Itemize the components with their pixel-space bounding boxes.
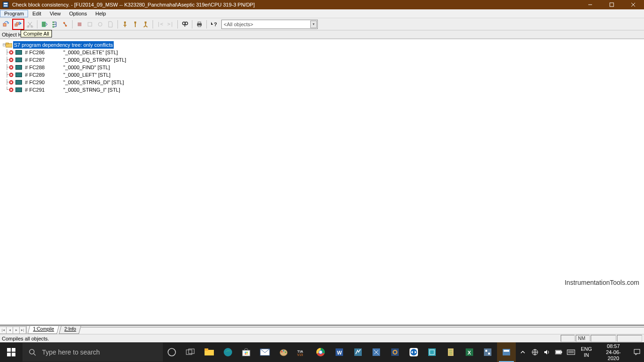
chrome-icon[interactable] <box>311 342 330 362</box>
tree-view[interactable]: ⊟ S7 program dependency tree: only confl… <box>0 39 644 326</box>
svg-rect-43 <box>7 348 11 352</box>
header-label: Object Hi <box>2 32 23 37</box>
filter-combo[interactable]: <All objects> ▾ <box>221 20 318 29</box>
tree-item[interactable]: ├ # FC288 "_0000_FIND" [STL] <box>3 64 641 71</box>
tree-item-name: # FC291 <box>25 86 56 94</box>
tree-item[interactable]: └ # FC291 "_0000_STRNG_I" [STL] <box>3 86 641 94</box>
menu-view[interactable]: View <box>45 10 65 17</box>
page-button[interactable] <box>106 20 115 29</box>
taskbar-search[interactable]: Type here to search <box>22 343 163 362</box>
svg-rect-95 <box>634 349 640 354</box>
compile-button[interactable] <box>2 20 11 29</box>
svg-point-63 <box>283 350 284 352</box>
tool-c-button[interactable] <box>141 20 150 29</box>
status-cell-nm: NM <box>576 335 590 342</box>
tab-nav-first[interactable]: |◂ <box>0 326 7 334</box>
stop-button[interactable] <box>75 20 84 29</box>
paint-icon[interactable] <box>274 342 293 362</box>
find-button[interactable] <box>180 20 190 29</box>
app-icon-3[interactable] <box>386 342 404 362</box>
tia-icon[interactable]: TIAV15 <box>293 342 312 362</box>
tab-compile[interactable]: 1:Compile <box>28 326 59 334</box>
app-icon-5[interactable] <box>441 342 460 362</box>
svg-rect-14 <box>52 24 54 25</box>
tray-language[interactable]: ENGIN <box>579 346 594 358</box>
tray-clock[interactable]: 08:5724-06-2020 <box>598 343 629 362</box>
tree-root-label: S7 program dependency tree: only conflic… <box>13 41 114 49</box>
tree-item[interactable]: ├ # FC287 "_0000_EQ_STRNG" [STL] <box>3 56 641 64</box>
tray-keyboard-icon[interactable] <box>567 348 575 356</box>
app-icon-4[interactable] <box>423 342 441 362</box>
tray-battery-icon[interactable] <box>555 348 563 356</box>
teamviewer-icon[interactable] <box>404 342 423 362</box>
app-icon-2[interactable] <box>367 342 386 362</box>
tab-nav-next[interactable]: ▸ <box>13 326 20 334</box>
svg-rect-59 <box>247 354 248 355</box>
tab-nav-prev[interactable]: ◂ <box>6 326 13 334</box>
simatic-icon[interactable] <box>497 342 516 362</box>
word-icon[interactable]: W <box>330 342 349 362</box>
tab-nav-last[interactable]: ▸| <box>19 326 26 334</box>
start-button[interactable] <box>0 342 22 362</box>
filter-combo-value: <All objects> <box>224 22 253 27</box>
search-icon <box>22 348 42 356</box>
circle-button[interactable] <box>95 20 105 29</box>
maximize-button[interactable] <box>601 0 622 9</box>
tree-button[interactable] <box>50 20 59 29</box>
menu-options[interactable]: Options <box>65 10 91 17</box>
svg-rect-53 <box>205 348 208 351</box>
tree-item[interactable]: ├ # FC289 "_0000_LEFT" [STL] <box>3 71 641 79</box>
svg-rect-84 <box>485 350 487 352</box>
link-button[interactable] <box>60 20 70 29</box>
title-bar: Check block consistency. - [FU2014_09_MS… <box>0 0 644 9</box>
first-button[interactable]: |< <box>155 20 165 29</box>
menu-edit[interactable]: Edit <box>28 10 45 17</box>
tab-info[interactable]: 2:Info <box>59 326 81 334</box>
cortana-icon[interactable] <box>163 342 182 362</box>
cut-button[interactable] <box>25 20 35 29</box>
app-icon-1[interactable] <box>349 342 367 362</box>
svg-point-49 <box>168 348 176 356</box>
minimize-button[interactable] <box>579 0 601 9</box>
tray-network-icon[interactable] <box>531 348 539 356</box>
task-view-icon[interactable] <box>181 342 200 362</box>
svg-rect-46 <box>12 353 15 356</box>
menu-program[interactable]: Program <box>0 10 28 17</box>
svg-rect-55 <box>242 350 250 356</box>
svg-rect-36 <box>6 43 8 44</box>
tray-chevron-icon[interactable] <box>519 348 527 356</box>
app-icon-6[interactable] <box>479 342 498 362</box>
close-button[interactable] <box>622 0 644 9</box>
block-icon <box>15 87 22 92</box>
last-button[interactable]: >| <box>166 20 175 29</box>
print-button[interactable] <box>195 20 204 29</box>
context-help-button[interactable]: ? <box>209 20 219 29</box>
search-placeholder: Type here to search <box>42 348 100 356</box>
status-text: Compiles all objects. <box>2 336 49 341</box>
tree-item[interactable]: ├ # FC286 "_0000_DELETE" [STL] <box>3 49 641 56</box>
edge-icon[interactable] <box>219 342 237 362</box>
svg-rect-83 <box>484 348 491 356</box>
store-icon[interactable] <box>237 342 256 362</box>
svg-rect-27 <box>145 22 146 23</box>
svg-point-21 <box>98 22 102 26</box>
square-button[interactable] <box>85 20 95 29</box>
toolbar: |< >| ? <All objects> ▾ <box>0 18 644 30</box>
svg-rect-87 <box>504 350 509 352</box>
menu-help[interactable]: Help <box>91 10 110 17</box>
dropdown-arrow-icon[interactable]: ▾ <box>310 21 317 28</box>
excel-icon[interactable]: X <box>460 342 479 362</box>
mail-icon[interactable] <box>256 342 274 362</box>
tool-a-button[interactable] <box>120 20 130 29</box>
status-cell-4 <box>617 335 642 342</box>
action-center-icon[interactable] <box>633 348 641 356</box>
compile-all-button[interactable] <box>14 20 23 29</box>
tool-b-button[interactable] <box>131 20 140 29</box>
svg-rect-92 <box>567 350 575 355</box>
file-explorer-icon[interactable] <box>200 342 219 362</box>
tree-root-row[interactable]: ⊟ S7 program dependency tree: only confl… <box>3 41 641 49</box>
tree-item[interactable]: ├ # FC290 "_0000_STRNG_DI" [STL] <box>3 79 641 86</box>
tray-volume-icon[interactable] <box>543 348 551 356</box>
svg-text:V15: V15 <box>297 353 303 356</box>
refresh-button[interactable] <box>40 20 49 29</box>
